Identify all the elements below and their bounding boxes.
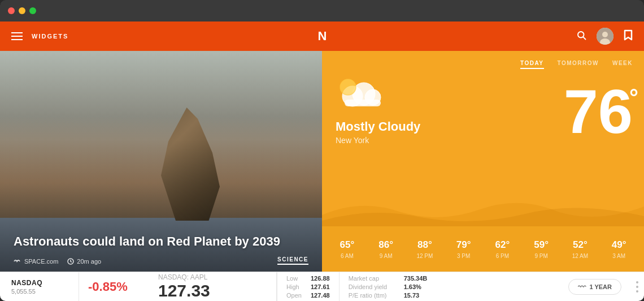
traffic-light-fullscreen[interactable] [29,7,36,14]
time-label: 20m ago [77,258,101,265]
hour-label: 12 PM [416,253,433,259]
hour-temp: 62° [495,239,510,251]
hour-item: 86°9 AM [367,239,406,259]
chart-period-button[interactable]: 〰 1 YEAR [568,279,621,295]
bookmark-icon[interactable] [624,29,633,44]
news-headline: Astronauts could land on Red Planet by 2… [14,234,308,250]
traffic-light-minimize[interactable] [19,7,25,14]
chart-mini-icon: 〰 [578,282,586,291]
aapl-label: NASDAQ: AAPL [158,273,265,281]
nav-logo: N [318,29,327,44]
source-label: SPACE.com [24,258,58,265]
stat-key: Open [286,292,306,299]
option-dot-2 [636,286,638,288]
hour-item: 49°3 AM [599,239,638,259]
hour-temp: 65° [340,239,355,251]
weather-left: Mostly Cloudy New York [336,75,564,145]
traffic-lights [8,7,36,14]
option-dot-3 [636,290,638,293]
hour-item: 79°3 PM [444,239,483,259]
news-panel: Astronauts could land on Red Planet by 2… [0,51,322,272]
chart-section: 〰 1 YEAR [559,279,630,295]
hour-temp: 86° [378,239,393,251]
nasdaq-change: -0.85% [79,280,147,294]
stat-key: Market cap [349,275,399,282]
chart-period-label: 1 YEAR [589,283,612,290]
stat-val: 1.63% [404,283,421,290]
hour-temp: 88° [417,239,432,251]
nav-right-icons [576,28,633,45]
weather-wave [322,192,644,226]
stats-left: Low126.88High127.61Open127.48 [277,272,339,301]
hour-label: 6 AM [341,253,354,259]
stat-key: High [286,283,306,290]
hour-label: 6 PM [496,253,509,259]
stat-row: Dividend yield1.63% [349,283,428,290]
hour-temp: 79° [456,239,471,251]
weather-main: Mostly Cloudy New York 76° [322,69,644,145]
svg-line-1 [583,37,585,39]
weather-condition: Mostly Cloudy [336,120,564,134]
nasdaq-section: NASDAQ 5,055.55 [0,272,79,301]
hamburger-menu[interactable] [11,32,23,40]
weather-city: New York [336,136,564,145]
nasdaq-label: NASDAQ [11,279,67,287]
hour-label: 3 AM [612,253,625,259]
news-category: SCIENCE [277,256,308,265]
nasdaq-value: 5,055.55 [11,288,67,295]
hour-temp: 59° [534,239,549,251]
avatar[interactable] [597,28,613,45]
main-content: Astronauts could land on Red Planet by 2… [0,51,644,272]
stat-val: 127.61 [311,283,330,290]
hour-label: 3 PM [457,253,470,259]
option-dot-1 [636,281,638,283]
stat-key: Low [286,275,306,282]
aapl-price: 127.33 [158,281,265,300]
titlebar [0,0,644,22]
stat-row: P/E ratio (ttm)15.73 [349,292,428,299]
stat-row: Open127.48 [286,292,330,299]
cloud-icon [336,75,386,109]
svg-point-10 [340,79,356,95]
stat-key: P/E ratio (ttm) [349,292,399,299]
search-icon[interactable] [576,30,586,43]
hourly-forecast: 65°6 AM86°9 AM88°12 PM79°3 PM62°6 PM59°9… [322,226,644,272]
stats-right: Market cap735.34BDividend yield1.63%P/E … [339,272,437,301]
hour-item: 59°9 PM [522,239,561,259]
ticker-bar: NASDAQ 5,055.55 -0.85% NASDAQ: AAPL 127.… [0,272,644,301]
brand-label: WIDGETS [32,33,68,40]
weather-temperature: 76° [564,75,633,143]
hour-temp: 52° [573,239,588,251]
hour-item: 52°12 AM [561,239,600,259]
stat-val: 127.48 [311,292,330,299]
news-time: 20m ago [67,258,101,265]
weather-tabs: TODAY TOMORROW WEEK [322,51,644,69]
hour-temp: 49° [612,239,626,251]
tab-week[interactable]: WEEK [612,60,633,69]
stat-val: 15.73 [404,292,420,299]
hour-label: 12 AM [572,253,588,259]
hour-item: 65°6 AM [328,239,367,259]
traffic-light-close[interactable] [8,7,15,14]
hour-item: 62°6 PM [483,239,522,259]
hour-label: 9 AM [380,253,393,259]
svg-rect-9 [345,100,381,106]
stat-key: Dividend yield [349,283,399,290]
degree-symbol: ° [629,86,638,109]
stat-val: 735.34B [404,275,428,282]
hour-item: 88°12 PM [406,239,445,259]
ticker-options[interactable] [630,281,644,293]
stat-val: 126.88 [311,275,330,282]
aapl-section: NASDAQ: AAPL 127.33 [147,272,277,301]
stat-row: Low126.88 [286,275,330,282]
news-meta: SPACE.com 20m ago [14,258,101,265]
stat-row: Market cap735.34B [349,275,428,282]
news-source: SPACE.com [14,258,58,265]
hour-label: 9 PM [534,253,547,259]
tab-today[interactable]: TODAY [520,60,543,69]
stat-row: High127.61 [286,283,330,290]
tab-tomorrow[interactable]: TOMORROW [558,60,599,69]
svg-point-3 [602,32,608,37]
navbar: WIDGETS N [0,22,644,51]
weather-panel: TODAY TOMORROW WEEK Mostly Cloudy New Yo… [322,51,644,272]
